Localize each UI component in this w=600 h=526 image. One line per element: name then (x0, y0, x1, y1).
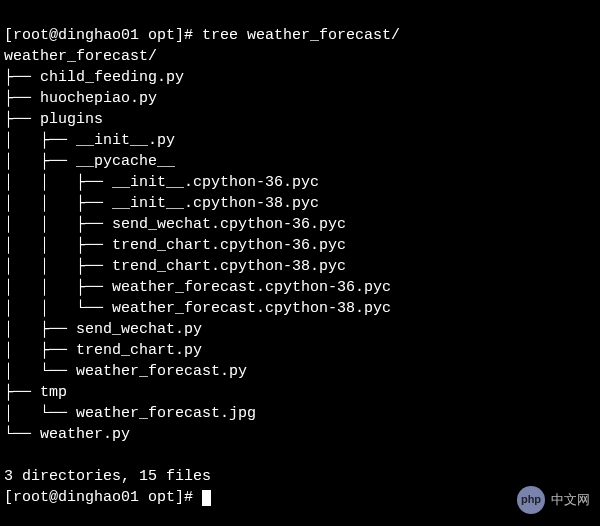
tree-line: │ ├── __pycache__ (4, 153, 175, 170)
cursor-icon (202, 490, 211, 506)
tree-line: │ │ └── weather_forecast.cpython-38.pyc (4, 300, 391, 317)
tree-line: ├── plugins (4, 111, 103, 128)
tree-line: └── weather.py (4, 426, 130, 443)
tree-line: │ ├── __init__.py (4, 132, 175, 149)
tree-line: │ │ ├── send_wechat.cpython-36.pyc (4, 216, 346, 233)
watermark-label: 中文网 (551, 491, 590, 509)
tree-line: │ ├── send_wechat.py (4, 321, 202, 338)
tree-line: │ │ ├── __init__.cpython-36.pyc (4, 174, 319, 191)
tree-line: │ └── weather_forecast.py (4, 363, 247, 380)
command-prompt-line-2: [root@dinghao01 opt]# (4, 489, 193, 506)
tree-root: weather_forecast/ (4, 48, 157, 65)
tree-line: ├── child_feeding.py (4, 69, 184, 86)
tree-line: │ ├── trend_chart.py (4, 342, 202, 359)
command-prompt-line: [root@dinghao01 opt]# tree weather_forec… (4, 27, 400, 44)
php-logo-icon: php (517, 486, 545, 514)
tree-line: │ │ ├── weather_forecast.cpython-36.pyc (4, 279, 391, 296)
tree-line: │ │ ├── trend_chart.cpython-36.pyc (4, 237, 346, 254)
tree-line: ├── tmp (4, 384, 67, 401)
tree-summary: 3 directories, 15 files (4, 468, 211, 485)
watermark: php 中文网 (517, 486, 590, 514)
tree-line: ├── huochepiao.py (4, 90, 157, 107)
terminal-output[interactable]: [root@dinghao01 opt]# tree weather_forec… (4, 4, 596, 508)
tree-line: │ └── weather_forecast.jpg (4, 405, 256, 422)
tree-line: │ │ ├── trend_chart.cpython-38.pyc (4, 258, 346, 275)
tree-line: │ │ ├── __init__.cpython-38.pyc (4, 195, 319, 212)
